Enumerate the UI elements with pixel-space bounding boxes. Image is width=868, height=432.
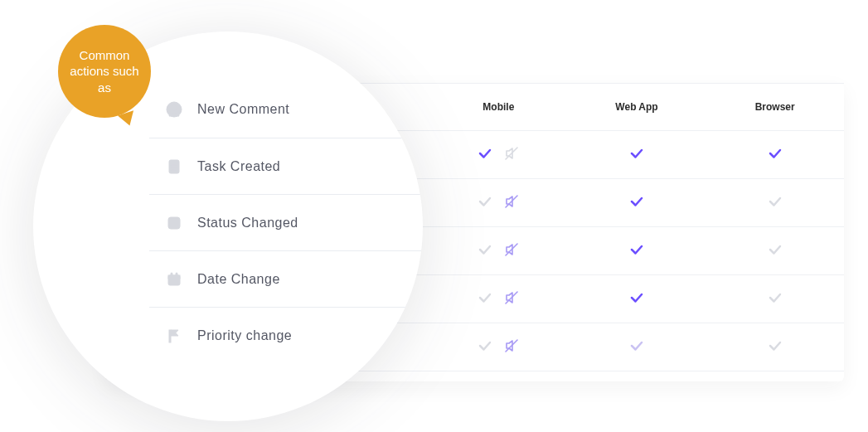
check-icon[interactable] xyxy=(768,146,783,164)
column-header-browser: Browser xyxy=(706,101,844,113)
cell-mobile xyxy=(429,290,568,308)
mobile-toggle-group xyxy=(478,194,519,212)
column-header-mobile: Mobile xyxy=(429,101,568,113)
svg-rect-9 xyxy=(171,273,172,276)
check-icon[interactable] xyxy=(768,194,783,212)
annotation-bubble-text: Common actions such as xyxy=(63,47,146,96)
cell-mobile xyxy=(429,146,568,164)
check-icon[interactable] xyxy=(478,242,492,260)
svg-rect-6 xyxy=(168,217,180,229)
svg-point-1 xyxy=(172,105,177,110)
cell-webapp xyxy=(568,338,706,357)
check-icon[interactable] xyxy=(629,338,644,357)
cell-webapp xyxy=(568,146,706,164)
flag-icon xyxy=(166,328,182,344)
cell-mobile xyxy=(429,194,568,212)
cell-browser xyxy=(706,290,844,308)
list-item[interactable]: Task Created xyxy=(149,138,423,194)
list-item[interactable]: Status Changed xyxy=(149,194,423,250)
square-icon xyxy=(166,215,182,231)
check-icon[interactable] xyxy=(478,338,492,357)
list-item-label: Status Changed xyxy=(197,216,298,231)
check-icon[interactable] xyxy=(478,290,492,308)
cell-webapp xyxy=(568,290,706,308)
cell-mobile xyxy=(429,242,568,260)
cell-browser xyxy=(706,194,844,212)
svg-rect-3 xyxy=(172,163,177,165)
calendar-icon xyxy=(166,271,182,288)
doc-icon xyxy=(166,158,182,175)
svg-rect-8 xyxy=(168,275,180,279)
list-item-label: New Comment xyxy=(197,102,289,117)
cell-webapp xyxy=(568,242,706,260)
check-icon[interactable] xyxy=(478,194,492,212)
mute-icon[interactable] xyxy=(504,242,519,260)
actions-list: New Comment Task Created Status Changed … xyxy=(149,81,423,363)
list-item[interactable]: Date Change xyxy=(149,250,423,307)
svg-rect-4 xyxy=(172,166,177,167)
check-icon[interactable] xyxy=(768,338,783,357)
check-icon[interactable] xyxy=(629,290,644,308)
check-icon[interactable] xyxy=(629,194,644,212)
cell-mobile xyxy=(429,338,568,357)
person-icon xyxy=(166,101,182,118)
check-icon[interactable] xyxy=(629,146,644,164)
cell-browser xyxy=(706,242,844,260)
mute-icon[interactable] xyxy=(504,338,519,357)
check-icon[interactable] xyxy=(768,290,783,308)
stage: Mobile Web App Browser xyxy=(0,0,868,432)
mobile-toggle-group xyxy=(478,242,519,260)
list-item-label: Priority change xyxy=(197,328,292,343)
list-item-label: Task Created xyxy=(197,159,280,174)
mobile-toggle-group xyxy=(478,146,519,164)
cell-browser xyxy=(706,146,844,164)
svg-rect-5 xyxy=(172,168,175,170)
annotation-bubble: Common actions such as xyxy=(58,25,151,118)
check-icon[interactable] xyxy=(478,146,492,164)
cell-webapp xyxy=(568,194,706,212)
mute-icon[interactable] xyxy=(504,290,519,308)
list-item-label: Date Change xyxy=(197,272,280,287)
check-icon[interactable] xyxy=(629,242,644,260)
column-header-webapp: Web App xyxy=(568,101,706,113)
cell-browser xyxy=(706,338,844,357)
check-icon[interactable] xyxy=(768,242,783,260)
svg-rect-10 xyxy=(176,273,177,276)
mute-icon[interactable] xyxy=(504,146,519,164)
mobile-toggle-group xyxy=(478,338,519,357)
mute-icon[interactable] xyxy=(504,194,519,212)
mobile-toggle-group xyxy=(478,290,519,308)
